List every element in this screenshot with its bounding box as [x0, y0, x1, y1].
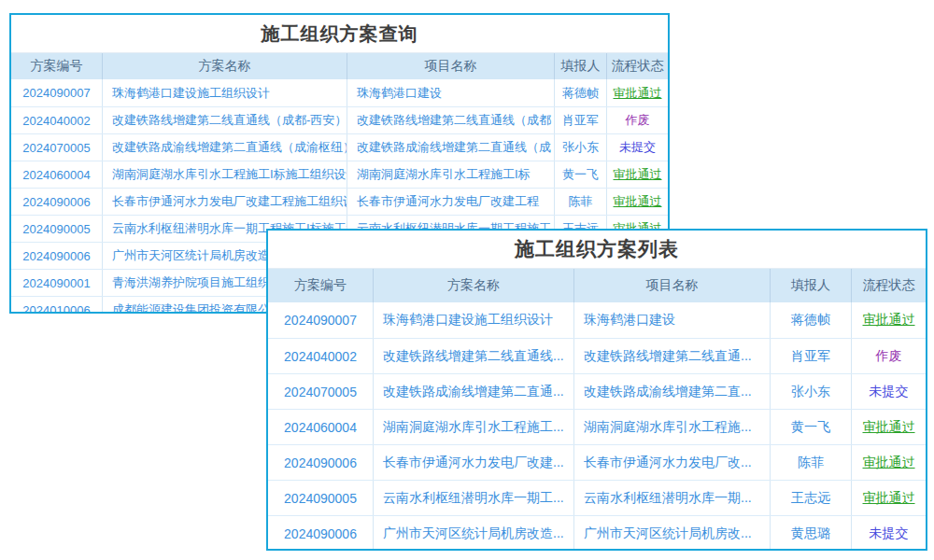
- cell-plan-name: 长春市伊通河水力发电厂改建...: [373, 445, 573, 480]
- table-row[interactable]: 2024090006长春市伊通河水力发电厂改建工程施工组织设计长春市伊通河水力发…: [11, 188, 668, 215]
- cell-plan-name: 改建铁路成渝线增建第二直通线（成渝枢纽）: [102, 134, 347, 161]
- table-row[interactable]: 2024070005改建铁路成渝线增建第二直通...改建铁路成渝线增建第二直..…: [268, 373, 926, 409]
- query-column-header: 流程状态: [606, 53, 668, 79]
- cell-plan-no: 2024090006: [268, 445, 373, 480]
- query-column-header: 填报人: [554, 53, 606, 79]
- table-row[interactable]: 2024060004湖南洞庭湖水库引水工程施工...湖南洞庭湖水库引水工程施..…: [268, 409, 926, 444]
- query-column-header: 项目名称: [347, 53, 554, 79]
- cell-plan-name: 广州市天河区统计局机房改造...: [373, 516, 573, 551]
- list-column-header: 方案编号: [268, 269, 373, 302]
- table-row[interactable]: 2024090007珠海鹤港口建设施工组织设计珠海鹤港口建设蒋德帧审批通过: [11, 79, 668, 106]
- cell-reporter: 黄一飞: [770, 410, 851, 444]
- cell-plan-no: 2024090006: [11, 189, 102, 215]
- status-badge: 未提交: [606, 134, 668, 161]
- status-badge[interactable]: 审批通过: [606, 79, 668, 106]
- cell-plan-name: 长春市伊通河水力发电厂改建工程施工组织设计: [102, 189, 347, 215]
- list-panel: 施工组织方案列表 方案编号方案名称项目名称填报人流程状态 2024090007珠…: [266, 229, 927, 551]
- cell-plan-name: 改建铁路成渝线增建第二直通...: [373, 374, 573, 409]
- cell-reporter: 黄一飞: [554, 161, 606, 188]
- status-badge[interactable]: 审批通过: [606, 189, 668, 215]
- table-row[interactable]: 2024070005改建铁路成渝线增建第二直通线（成渝枢纽）改建铁路成渝线增建第…: [11, 133, 668, 161]
- cell-plan-no: 2024040002: [268, 339, 373, 373]
- cell-project-name: 珠海鹤港口建设: [573, 302, 770, 338]
- cell-plan-name: 湖南洞庭湖水库引水工程施工...: [373, 410, 573, 444]
- status-badge[interactable]: 审批通过: [851, 302, 926, 338]
- list-column-header: 填报人: [770, 269, 851, 302]
- cell-project-name: 长春市伊通河水力发电厂改建工程: [347, 189, 554, 215]
- list-column-header: 方案名称: [373, 269, 573, 302]
- table-row[interactable]: 2024060004湖南洞庭湖水库引水工程施工I标施工组织设计湖南洞庭湖水库引水…: [11, 161, 668, 188]
- status-badge[interactable]: 审批通过: [851, 445, 926, 480]
- query-panel-title: 施工组织方案查询: [11, 15, 668, 52]
- table-row[interactable]: 2024040002改建铁路线增建第二线直通线（成都-西安）增改建铁路线增建第二…: [11, 106, 668, 133]
- cell-plan-no: 2024060004: [268, 410, 373, 444]
- cell-project-name: 湖南洞庭湖水库引水工程施工I标: [347, 161, 554, 188]
- cell-plan-no: 2024010006: [11, 297, 102, 314]
- cell-project-name: 改建铁路线增建第二线直通线（成都: [347, 107, 554, 133]
- table-row[interactable]: 2024040002改建铁路线增建第二线直通线...改建铁路线增建第二线直通..…: [268, 338, 926, 373]
- cell-plan-no: 2024070005: [268, 374, 373, 409]
- cell-reporter: 蒋德帧: [770, 302, 851, 338]
- list-column-header: 项目名称: [573, 269, 770, 302]
- cell-reporter: 陈菲: [770, 445, 851, 480]
- status-badge: 作废: [851, 339, 926, 373]
- cell-reporter: 张小东: [770, 374, 851, 409]
- cell-reporter: 王志远: [770, 481, 851, 515]
- cell-plan-name: 改建铁路线增建第二线直通线（成都-西安）增: [102, 107, 347, 133]
- cell-plan-no: 2024090006: [268, 516, 373, 551]
- query-column-header: 方案编号: [11, 53, 102, 79]
- list-table-body: 2024090007珠海鹤港口建设施工组织设计珠海鹤港口建设蒋德帧审批通过202…: [268, 302, 926, 551]
- cell-plan-name: 珠海鹤港口建设施工组织设计: [102, 79, 347, 106]
- cell-plan-no: 2024090006: [11, 243, 102, 269]
- cell-project-name: 云南水利枢纽潜明水库一期...: [573, 481, 770, 515]
- cell-reporter: 陈菲: [554, 189, 606, 215]
- cell-plan-name: 改建铁路线增建第二线直通线...: [373, 339, 573, 373]
- table-row[interactable]: 2024090006广州市天河区统计局机房改造...广州市天河区统计局机房改..…: [268, 515, 926, 551]
- table-row[interactable]: 2024090005云南水利枢纽潜明水库一期工...云南水利枢纽潜明水库一期..…: [268, 480, 926, 515]
- query-table-header: 方案编号方案名称项目名称填报人流程状态: [11, 52, 668, 79]
- cell-project-name: 改建铁路成渝线增建第二直通线（成: [347, 134, 554, 161]
- status-badge[interactable]: 审批通过: [851, 481, 926, 515]
- list-table-header: 方案编号方案名称项目名称填报人流程状态: [268, 268, 926, 302]
- cell-plan-no: 2024090007: [11, 79, 102, 106]
- cell-project-name: 湖南洞庭湖水库引水工程施...: [573, 410, 770, 444]
- cell-project-name: 珠海鹤港口建设: [347, 79, 554, 106]
- cell-reporter: 张小东: [554, 134, 606, 161]
- cell-plan-no: 2024060004: [11, 161, 102, 188]
- cell-plan-name: 珠海鹤港口建设施工组织设计: [373, 302, 573, 338]
- cell-plan-no: 2024090001: [11, 270, 102, 296]
- cell-reporter: 肖亚军: [554, 107, 606, 133]
- cell-plan-no: 2024090005: [268, 481, 373, 515]
- cell-plan-no: 2024040002: [11, 107, 102, 133]
- cell-plan-no: 2024070005: [11, 134, 102, 161]
- status-badge[interactable]: 审批通过: [851, 410, 926, 444]
- list-column-header: 流程状态: [851, 269, 926, 302]
- table-row[interactable]: 2024090006长春市伊通河水力发电厂改建...长春市伊通河水力发电厂改..…: [268, 444, 926, 480]
- cell-project-name: 改建铁路线增建第二线直通...: [573, 339, 770, 373]
- cell-plan-no: 2024090007: [268, 302, 373, 338]
- status-badge: 未提交: [851, 516, 926, 551]
- status-badge: 作废: [606, 107, 668, 133]
- cell-plan-no: 2024090005: [11, 216, 102, 242]
- cell-project-name: 改建铁路成渝线增建第二直...: [573, 374, 770, 409]
- status-badge[interactable]: 审批通过: [606, 161, 668, 188]
- status-badge: 未提交: [851, 374, 926, 409]
- cell-project-name: 长春市伊通河水力发电厂改...: [573, 445, 770, 480]
- cell-plan-name: 湖南洞庭湖水库引水工程施工I标施工组织设计: [102, 161, 347, 188]
- query-column-header: 方案名称: [102, 53, 347, 79]
- cell-plan-name: 云南水利枢纽潜明水库一期工...: [373, 481, 573, 515]
- cell-reporter: 黄思璐: [770, 516, 851, 551]
- table-row[interactable]: 2024090007珠海鹤港口建设施工组织设计珠海鹤港口建设蒋德帧审批通过: [268, 302, 926, 338]
- cell-reporter: 蒋德帧: [554, 79, 606, 106]
- list-panel-title: 施工组织方案列表: [268, 231, 926, 268]
- cell-reporter: 肖亚军: [770, 339, 851, 373]
- cell-project-name: 广州市天河区统计局机房改...: [573, 516, 770, 551]
